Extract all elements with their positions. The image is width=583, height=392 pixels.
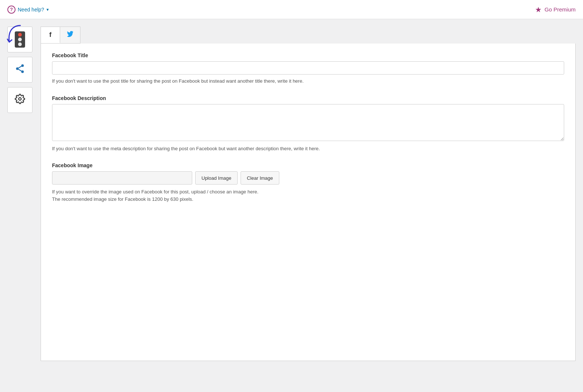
share-icon [15,63,25,76]
svg-point-1 [16,67,19,70]
dropdown-arrow-icon[interactable]: ▾ [46,7,49,12]
main-layout: f Facebook Title If you don't want to us… [0,19,583,388]
facebook-image-hint: If you want to override the image used o… [52,188,564,203]
facebook-image-row: Upload Image Clear Image [52,171,564,185]
facebook-panel: Facebook Title If you don't want to use … [41,44,576,361]
go-premium-link[interactable]: Go Premium [545,6,576,13]
facebook-title-label: Facebook Title [52,52,564,58]
content-area: f Facebook Title If you don't want to us… [41,27,576,381]
gear-icon [15,94,25,107]
top-bar-right: ★ Go Premium [535,5,576,14]
svg-point-5 [19,97,21,100]
top-bar: ? Need help? ▾ ★ Go Premium [0,0,583,19]
tab-twitter[interactable] [60,27,80,43]
svg-point-2 [21,70,24,73]
svg-line-4 [18,66,21,68]
twitter-tab-icon [66,31,74,39]
facebook-description-group: Facebook Description If you don't want t… [52,95,564,152]
arrow-annotation [4,24,26,54]
svg-line-3 [18,69,21,71]
facebook-image-url-input[interactable] [52,171,192,185]
help-icon[interactable]: ? [7,6,15,14]
settings-widget[interactable] [7,87,32,113]
facebook-title-hint: If you don't want to use the post title … [52,78,564,85]
tab-facebook[interactable]: f [41,27,60,43]
facebook-title-group: Facebook Title If you don't want to use … [52,52,564,85]
facebook-description-input[interactable] [52,104,564,141]
help-link[interactable]: Need help? [18,7,44,13]
facebook-description-hint: If you don't want to use the meta descri… [52,145,564,152]
facebook-image-label: Facebook Image [52,162,564,168]
facebook-description-label: Facebook Description [52,95,564,101]
upload-image-button[interactable]: Upload Image [195,171,238,185]
svg-point-0 [21,64,24,67]
facebook-tab-icon: f [49,31,52,39]
clear-image-button[interactable]: Clear Image [241,171,279,185]
social-share-widget[interactable] [7,57,32,83]
top-bar-left: ? Need help? ▾ [7,6,49,14]
premium-star-icon: ★ [535,5,542,14]
sidebar [7,27,37,381]
facebook-image-group: Facebook Image Upload Image Clear Image … [52,162,564,203]
tab-bar: f [41,27,80,44]
facebook-title-input[interactable] [52,61,564,75]
